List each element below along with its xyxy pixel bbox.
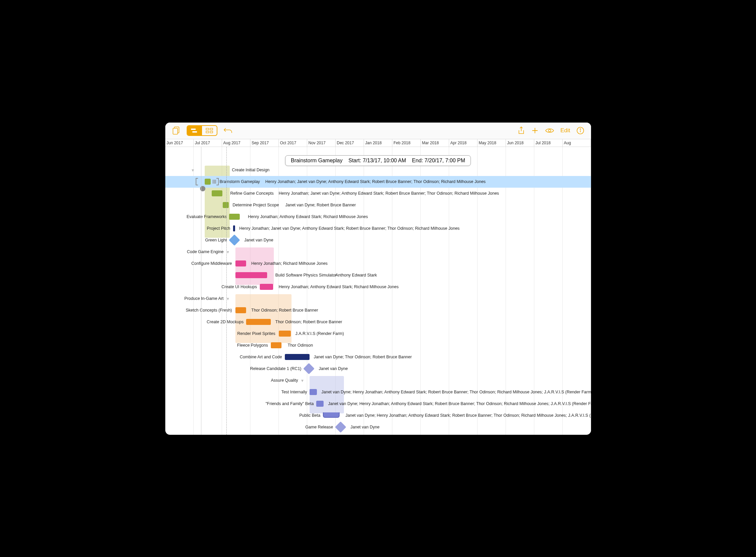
task-bar[interactable] xyxy=(310,389,317,395)
task-label: Configure Middleware xyxy=(191,261,232,266)
task-bar[interactable] xyxy=(316,401,324,407)
task-bar[interactable] xyxy=(271,342,282,348)
task-row[interactable]: Render Pixel Sprites J.A.R.V.I.S (Render… xyxy=(165,328,591,340)
task-label: "Friends and Family" Beta xyxy=(265,401,314,406)
today-marker xyxy=(226,147,227,435)
task-bar[interactable] xyxy=(233,226,235,231)
documents-icon[interactable] xyxy=(172,126,181,135)
task-row[interactable]: Sketch Concepts (Fresh) Thor Odinson; Ro… xyxy=(165,304,591,316)
task-row[interactable]: Assure Quality ▼ xyxy=(165,375,591,386)
milestone-diamond[interactable] xyxy=(303,363,315,374)
task-row[interactable]: Create 2D Mockups Thor Odinson; Robert B… xyxy=(165,316,591,328)
task-label: Public Beta xyxy=(299,413,320,418)
month-col: Nov 2017 xyxy=(307,139,336,147)
task-bar[interactable] xyxy=(235,307,246,313)
task-bar[interactable] xyxy=(223,202,229,208)
task-assignees: Henry Jonathan; Janet van Dyne; Anthony … xyxy=(239,226,460,231)
task-bar[interactable] xyxy=(212,190,223,196)
task-label: Fleece Polygons xyxy=(237,343,268,348)
toolbar: Edit xyxy=(165,122,591,139)
task-bar-hammock[interactable] xyxy=(323,412,340,418)
task-row[interactable]: Test Internally Janet van Dyne; Henry Jo… xyxy=(165,386,591,398)
task-bar[interactable] xyxy=(205,179,211,185)
task-row[interactable]: Determine Project Scope Janet van Dyne; … xyxy=(165,199,591,211)
selection-start-handle[interactable] xyxy=(196,178,198,185)
task-row[interactable]: Configure Middleware Henry Jonathan; Ric… xyxy=(165,258,591,269)
task-row[interactable]: "Friends and Family" Beta Janet van Dyne… xyxy=(165,398,591,410)
selection-grip[interactable] xyxy=(212,179,217,184)
task-label: Code Game Engine xyxy=(187,250,224,254)
svg-rect-3 xyxy=(192,131,197,133)
task-row[interactable]: ▼ Create Initial Design xyxy=(165,164,591,176)
svg-rect-5 xyxy=(210,128,213,130)
svg-rect-4 xyxy=(206,128,209,130)
task-row[interactable]: Fleece Polygons Thor Odinson xyxy=(165,340,591,351)
task-label: Assure Quality xyxy=(271,378,298,383)
task-label: Test Internally xyxy=(281,390,307,394)
task-assignees: Henry Jonathan; Janet van Dyne; Anthony … xyxy=(265,179,486,184)
task-row[interactable]: Green Light Janet van Dyne xyxy=(165,234,591,246)
selection-end-handle[interactable] xyxy=(216,178,219,185)
view-mode-toggle[interactable] xyxy=(187,125,217,136)
month-col: Oct 2017 xyxy=(279,139,307,147)
timeline-header: Jun 2017 Jul 2017 Aug 2017 Sep 2017 Oct … xyxy=(165,139,591,147)
task-row-selected[interactable]: Brainstorm Gameplay Henry Jonathan; Jane… xyxy=(165,176,591,188)
task-assignees: Henry Jonathan; Janet van Dyne; Anthony … xyxy=(279,191,499,196)
task-row[interactable]: Release Candidate 1 (RC1) Janet van Dyne xyxy=(165,363,591,375)
month-col: Aug xyxy=(563,139,591,147)
task-bar[interactable] xyxy=(235,261,246,266)
disclosure-icon[interactable]: ▼ xyxy=(191,168,195,173)
task-assignees: Henry Jonathan; Anthony Edward Stark; Ri… xyxy=(248,214,368,219)
task-label: Brainstorm Gameplay xyxy=(220,179,260,184)
task-row[interactable]: Game Release Janet van Dyne xyxy=(165,421,591,433)
milestone-diamond[interactable] xyxy=(229,234,240,246)
task-row[interactable]: Public Beta Janet van Dyne; Henry Jonath… xyxy=(165,410,591,421)
task-assignees: Thor Odinson; Robert Bruce Banner xyxy=(252,308,318,313)
task-label: Produce In-Game Art xyxy=(184,296,223,301)
task-bar[interactable] xyxy=(279,331,291,336)
rows: ▼ Create Initial Design Brainstorm Gamep… xyxy=(165,147,591,435)
task-bar[interactable] xyxy=(229,214,240,220)
task-assignees: Janet van Dyne; Robert Bruce Banner xyxy=(286,203,356,207)
task-assignees: Henry Jonathan; Anthony Edward Stark; Ri… xyxy=(279,285,399,289)
task-row[interactable]: Produce In-Game Art ▼ xyxy=(165,293,591,304)
task-assignees: J.A.R.V.I.S (Render Farm) xyxy=(295,331,344,336)
task-bar[interactable] xyxy=(246,319,271,325)
month-col: Sep 2017 xyxy=(251,139,279,147)
task-assignees: Janet van Dyne; Henry Jonathan; Anthony … xyxy=(328,401,591,406)
month-col: Jun 2017 xyxy=(165,139,194,147)
month-col: Mar 2018 xyxy=(421,139,449,147)
disclosure-icon[interactable]: ▼ xyxy=(300,378,304,383)
milestone-diamond[interactable] xyxy=(335,421,346,433)
month-col: May 2018 xyxy=(477,139,506,147)
task-assignees: Janet van Dyne xyxy=(244,238,273,242)
task-assignees: Janet van Dyne xyxy=(351,425,380,430)
eye-icon[interactable] xyxy=(545,127,554,134)
add-icon[interactable] xyxy=(531,126,539,135)
info-icon[interactable] xyxy=(576,126,584,135)
task-label: Game Release xyxy=(305,425,333,430)
share-icon[interactable] xyxy=(518,126,525,135)
task-row[interactable]: Build Software Physics Simulator Anthony… xyxy=(165,269,591,281)
tooltip-end: End: 7/20/17, 7:00 PM xyxy=(412,157,465,163)
task-row[interactable]: Combine Art and Code Janet van Dyne; Tho… xyxy=(165,351,591,363)
task-row[interactable]: Project Pitch Henry Jonathan; Janet van … xyxy=(165,223,591,234)
task-row[interactable]: Evaluate Frameworks Henry Jonathan; Anth… xyxy=(165,211,591,223)
task-row[interactable]: Code Game Engine ▼ xyxy=(165,246,591,258)
task-bar[interactable] xyxy=(260,284,273,290)
task-label: Combine Art and Code xyxy=(240,355,282,359)
svg-point-8 xyxy=(549,129,551,132)
task-assignees: Henry Jonathan; Richard Milhouse Jones xyxy=(252,261,328,266)
task-bar[interactable] xyxy=(235,272,267,278)
task-bar[interactable] xyxy=(285,354,310,360)
task-row[interactable]: Refine Game Concepts Henry Jonathan; Jan… xyxy=(165,188,591,199)
gantt-view-button[interactable] xyxy=(187,126,202,135)
gantt-chart[interactable]: Brainstorm Gameplay Start: 7/13/17, 10:0… xyxy=(165,147,591,435)
tooltip-start: Start: 7/13/17, 10:00 AM xyxy=(348,157,406,163)
edit-button[interactable]: Edit xyxy=(560,127,570,134)
task-row[interactable]: Create UI Hookups Henry Jonathan; Anthon… xyxy=(165,281,591,293)
task-label: Render Pixel Sprites xyxy=(237,331,275,336)
list-view-button[interactable] xyxy=(202,126,217,135)
undo-icon[interactable] xyxy=(223,127,233,134)
tooltip-title: Brainstorm Gameplay xyxy=(291,157,343,163)
